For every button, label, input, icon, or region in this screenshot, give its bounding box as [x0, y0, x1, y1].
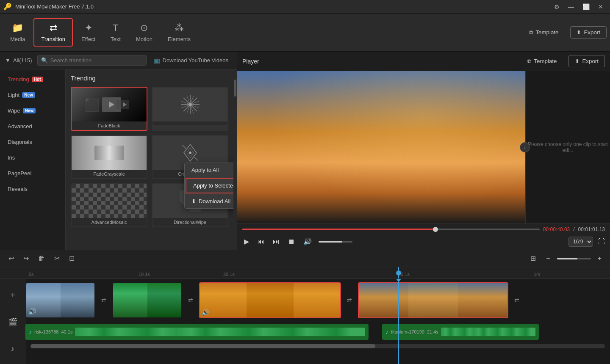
clip-4-thumb-2 [408, 283, 458, 317]
template-button[interactable]: ⧉ Template [524, 27, 563, 39]
sidebar-nav-item-trending[interactable]: Trending Hot [2, 72, 64, 87]
split-icon[interactable]: ⊞ [527, 253, 539, 264]
player-area: Player ⧉ Template ⬆ Export › Please choo… [237, 52, 610, 250]
context-apply-all[interactable]: Apply to All [185, 163, 233, 177]
transition-card-starburst[interactable] [152, 87, 228, 131]
timeline: 0s 10.1s 20.1s 40.1s 1m ＋ 🎬 ♪ [0, 267, 610, 364]
timeline-tracks-left: ＋ 🎬 ♪ [0, 279, 25, 364]
timeline-scrollbar-thumb[interactable] [30, 344, 375, 348]
video-track-icon[interactable]: 🎬 [8, 317, 17, 327]
search-bar[interactable]: 🔍 [37, 55, 147, 66]
ruler-mark-20s: 20.1s [223, 272, 235, 277]
sidebar-scrollbar[interactable] [233, 69, 237, 250]
svg-line-16 [194, 157, 198, 160]
fullscreen-button[interactable]: ⛶ [598, 238, 605, 245]
player-header: Player ⧉ Template ⬆ Export [237, 52, 610, 71]
fadegrayscale-icon [92, 142, 126, 163]
player-export-label: Export [582, 58, 599, 64]
audio-track-icon[interactable]: ♪ [11, 345, 14, 353]
redo-button[interactable]: ↪ [20, 253, 32, 264]
nav-item-text[interactable]: T Text [104, 19, 128, 46]
video-clip-4[interactable] [358, 282, 508, 318]
prev-button[interactable]: ⏮ [256, 236, 266, 247]
cut-button[interactable]: ✂ [51, 253, 63, 264]
ruler-mark-10s: 10.1s [139, 272, 150, 277]
transition-btn-4[interactable]: ⇄ [508, 297, 525, 303]
transition-btn-2[interactable]: ⇄ [182, 297, 199, 303]
current-time: 00:00:40.03 [543, 226, 570, 232]
nav-label-effect: Effect [81, 36, 95, 42]
progress-bar[interactable] [242, 229, 540, 230]
timeline-scrollbar[interactable] [30, 344, 605, 348]
video-clip-2[interactable] [112, 282, 182, 318]
stop-button[interactable]: ⏹ [286, 236, 297, 247]
zoom-plus-button[interactable]: + [594, 253, 605, 264]
title-bar-left: 🔑 MiniTool MovieMaker Free 7.1.0 [3, 3, 94, 11]
nav-item-motion[interactable]: ⊙ Motion [129, 19, 159, 46]
nav-item-media[interactable]: 📁 Media [3, 19, 32, 46]
audio-clip-2[interactable]: ♪ titanium-170190 21.4s [382, 324, 539, 340]
sidebar-nav: Trending Hot Light New Wipe New Advanced… [0, 69, 66, 250]
transition-grid-area: Trending FadeBlack [66, 69, 233, 250]
audio-clip-1[interactable]: ♪ risk-136788 40.1s [25, 324, 369, 340]
nav-item-elements[interactable]: ⁂ Elements [161, 19, 197, 46]
transition-btn-1[interactable]: ⇄ [95, 297, 112, 303]
delete-button[interactable]: 🗑 [35, 253, 48, 264]
nav-label-media: Media [10, 36, 25, 42]
undo-button[interactable]: ↩ [5, 253, 17, 264]
transition-card-advancedmosaic[interactable]: AdvancedMosaic [71, 183, 147, 227]
nav-item-effect[interactable]: ✦ Effect [75, 19, 102, 46]
sidebar-nav-item-iris[interactable]: Iris [2, 150, 64, 165]
export-button[interactable]: ⬆ Export [570, 26, 607, 39]
crop-button[interactable]: ⊡ [66, 253, 78, 264]
context-apply-selected[interactable]: Apply to Selected Clips [186, 178, 233, 193]
sidebar-nav-item-advanced[interactable]: Advanced [2, 119, 64, 134]
player-controls: 00:00:40.03 / 00:01:01.13 ▶ ⏮ ⏭ ⏹ 🔊 16:9… [237, 223, 610, 250]
download-icon: ⬇ [191, 198, 196, 204]
collapse-icon[interactable]: ▼ [5, 57, 11, 63]
sidebar-nav-item-wipe[interactable]: Wipe New [2, 103, 64, 118]
nav-item-transition[interactable]: ⇄ Transition [33, 18, 73, 47]
play-button[interactable]: ▶ [242, 236, 251, 247]
sidebar-content: Trending Hot Light New Wipe New Advanced… [0, 69, 237, 250]
time-separator: / [573, 226, 574, 232]
next-button[interactable]: ⏭ [271, 236, 281, 247]
audio-1-label: risk-136788 [34, 329, 58, 334]
maximize-button[interactable]: ⬜ [579, 2, 593, 12]
transition-card-fadeblack[interactable]: FadeBlack [71, 87, 147, 131]
minimize-button[interactable]: — [565, 2, 577, 12]
zoom-slider[interactable] [557, 258, 591, 259]
search-input[interactable] [50, 57, 143, 63]
player-right-panel: › Please choose only one clip to start e… [525, 71, 610, 223]
scrollbar-thumb[interactable] [234, 80, 236, 97]
volume-button[interactable]: 🔊 [302, 236, 313, 247]
svg-point-14 [189, 152, 191, 154]
settings-button[interactable]: ⚙ [551, 2, 563, 12]
volume-slider[interactable] [319, 241, 352, 243]
nav-label-transition: Transition [41, 36, 65, 42]
yt-download-button[interactable]: 📺 Download YouTube Videos [150, 55, 232, 66]
sidebar-nav-item-light[interactable]: Light New [2, 88, 64, 102]
clip-3-thumb-2 [247, 283, 293, 317]
transition-btn-3[interactable]: ⇄ [341, 297, 358, 303]
sidebar-nav-item-diagonals[interactable]: Diagonals [2, 135, 64, 149]
motion-icon: ⊙ [140, 22, 148, 33]
video-clip-3[interactable]: 🔊 [199, 282, 341, 318]
aspect-ratio-select[interactable]: 16:9 9:16 4:3 1:1 [568, 237, 593, 247]
transition-icon: ⇄ [50, 22, 57, 33]
video-clip-1[interactable]: 🔊 [25, 282, 95, 318]
expand-button[interactable]: › [520, 142, 530, 152]
zoom-minus-button[interactable]: − [543, 253, 553, 264]
add-track-icon[interactable]: ＋ [9, 290, 17, 300]
nav-label-text: Text [111, 36, 121, 42]
player-export-button[interactable]: ⬆ Export [568, 55, 605, 67]
context-download-all[interactable]: ⬇ Download All [185, 194, 233, 208]
all-count-label: All(115) [13, 57, 32, 63]
fadegrayscale-thumb [72, 136, 147, 170]
title-bar: 🔑 MiniTool MovieMaker Free 7.1.0 ⚙ — ⬜ ✕ [0, 0, 610, 14]
player-template-button[interactable]: ⧉ Template [522, 55, 562, 67]
transition-card-fadegrayscale[interactable]: FadeGrayscale [71, 135, 147, 179]
close-button[interactable]: ✕ [595, 2, 607, 12]
sidebar-nav-item-reveals[interactable]: Reveals [2, 182, 64, 196]
sidebar-nav-item-pagepeel[interactable]: PagePeel [2, 166, 64, 181]
